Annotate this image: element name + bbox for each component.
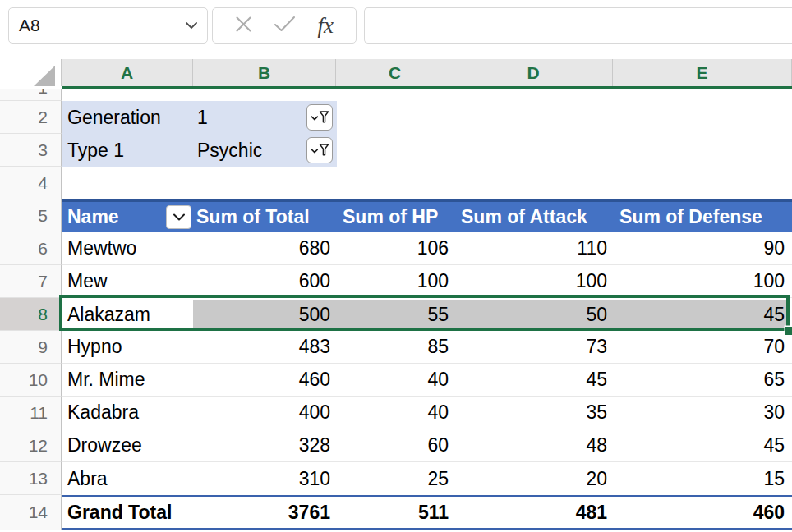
cancel-icon[interactable] [235,16,252,36]
cell-total[interactable]: 460 [193,364,336,396]
column-header-e[interactable]: E [613,59,792,86]
sheet-row-1: 1 [0,89,792,101]
pivot-header-hp[interactable]: Sum of HP [336,202,454,232]
filter-label-cell[interactable]: Generation [62,101,193,134]
cell-grand-total-label[interactable]: Grand Total [62,497,193,528]
cell-hp[interactable]: 55 [336,298,454,331]
row-header-6[interactable]: 6 [0,232,62,265]
cell-total[interactable]: 3761 [193,497,336,528]
cell-attack[interactable]: 20 [454,462,613,495]
cell-hp[interactable]: 85 [336,331,454,363]
cell-hp[interactable]: 511 [336,497,454,528]
select-all-corner[interactable] [0,59,62,86]
row-header-3[interactable]: 3 [0,134,62,167]
cell-attack[interactable]: 35 [454,397,613,429]
name-box[interactable]: A8 [8,7,208,44]
cell-total[interactable]: 400 [193,397,336,429]
active-cell-name[interactable]: Alakazam [62,298,193,331]
cell-defense[interactable]: 70 [613,331,790,363]
pivot-data-row: 12 Drowzee 328 60 48 45 [0,429,792,462]
pivot-data-row: 11 Kadabra 400 40 35 30 [0,397,792,429]
formula-bar-area: A8 fx [0,0,792,59]
confirm-icon[interactable] [274,16,296,35]
pivot-data-row-selected: 8 Alakazam 500 55 50 45 [0,298,792,331]
cell-hp[interactable]: 25 [336,462,454,495]
filter-dropdown-button[interactable] [306,137,333,163]
cell-hp[interactable]: 60 [336,429,454,461]
cell-attack[interactable]: 73 [454,331,613,363]
cell-attack[interactable]: 481 [454,497,613,528]
cell-name[interactable]: Kadabra [62,397,193,429]
cell-defense[interactable]: 45 [613,298,790,331]
pivot-header-attack[interactable]: Sum of Attack [454,202,613,232]
fill-handle[interactable] [785,327,792,335]
pivot-data-row: 7 Mew 600 100 100 100 [0,265,792,298]
cell-hp[interactable]: 100 [336,265,454,297]
row-header-11[interactable]: 11 [0,397,62,429]
cell-total[interactable]: 600 [193,265,336,297]
cell-name[interactable]: Mr. Mime [62,364,193,396]
cell-name[interactable]: Drowzee [62,429,193,461]
pivot-header-defense[interactable]: Sum of Defense [613,202,792,232]
cell-attack[interactable]: 50 [454,298,613,331]
row-header-5[interactable]: 5 [0,200,62,232]
row-header-4[interactable]: 4 [0,167,62,200]
pivot-header-row: 5 Name Sum of Total Sum of HP Sum of Att… [0,200,792,232]
filter-field-type1: Type 1 Psychic [62,134,337,167]
row-header-10[interactable]: 10 [0,364,62,397]
row-header-7[interactable]: 7 [0,265,62,298]
column-header-b[interactable]: B [193,59,336,86]
cell-hp[interactable]: 40 [336,364,454,396]
cell-defense[interactable]: 30 [613,397,790,429]
filter-field-generation: Generation 1 [62,101,337,134]
cell-attack[interactable]: 100 [454,265,613,297]
row-header-1[interactable]: 1 [0,89,62,101]
row-header-9[interactable]: 9 [0,331,62,364]
chevron-down-icon[interactable] [186,22,197,30]
cell-defense[interactable]: 15 [613,462,790,495]
column-header-c[interactable]: C [336,59,454,86]
cell-name[interactable]: Abra [62,462,193,495]
cell-total[interactable]: 680 [193,232,336,264]
pivot-data-row: 9 Hypno 483 85 73 70 [0,331,792,364]
cell-hp[interactable]: 106 [336,232,454,264]
formula-action-group: fx [212,7,357,44]
cell-name[interactable]: Mew [62,265,193,297]
cell-defense[interactable]: 100 [613,265,790,297]
cell-name[interactable]: Mewtwo [62,232,193,264]
sheet-row-4: 4 [0,167,792,200]
pivot-grand-total-row: 14 Grand Total 3761 511 481 460 [0,495,792,530]
cell-total[interactable]: 328 [193,429,336,461]
cell-defense[interactable]: 460 [613,497,790,528]
cell-total[interactable]: 310 [193,462,336,495]
column-header-d[interactable]: D [454,59,613,86]
cell-defense[interactable]: 90 [613,232,790,264]
sheet-row-3: 3 Type 1 Psychic [0,134,792,167]
column-header-a[interactable]: A [62,59,193,86]
pivot-data-row: 10 Mr. Mime 460 40 45 65 [0,364,792,397]
cell-total[interactable]: 483 [193,331,336,363]
cell-attack[interactable]: 45 [454,364,613,396]
name-field-dropdown-button[interactable] [166,205,191,229]
row-header-12[interactable]: 12 [0,429,62,462]
sheet-row-2: 2 Generation 1 [0,101,792,134]
insert-function-icon[interactable]: fx [317,15,334,37]
column-headers: A B C D E [0,59,792,86]
pivot-header-total[interactable]: Sum of Total [193,202,336,232]
row-header-13[interactable]: 13 [0,462,62,495]
cell-attack[interactable]: 110 [454,232,613,264]
row-header-14[interactable]: 14 [0,495,62,530]
cell-attack[interactable]: 48 [454,429,613,461]
row-header-2[interactable]: 2 [0,101,62,134]
row-header-8[interactable]: 8 [0,298,62,331]
filter-dropdown-button[interactable] [306,104,333,131]
pivot-data-row: 6 Mewtwo 680 106 110 90 [0,232,792,265]
cell-name[interactable]: Hypno [62,331,193,363]
cell-defense[interactable]: 45 [613,429,790,461]
cell-defense[interactable]: 65 [613,364,790,396]
filter-label-cell[interactable]: Type 1 [62,134,193,167]
cell-total[interactable]: 500 [193,298,336,331]
formula-input[interactable] [364,7,792,44]
cell-hp[interactable]: 40 [336,397,454,429]
excel-window: A8 fx A B C D E [0,0,792,532]
